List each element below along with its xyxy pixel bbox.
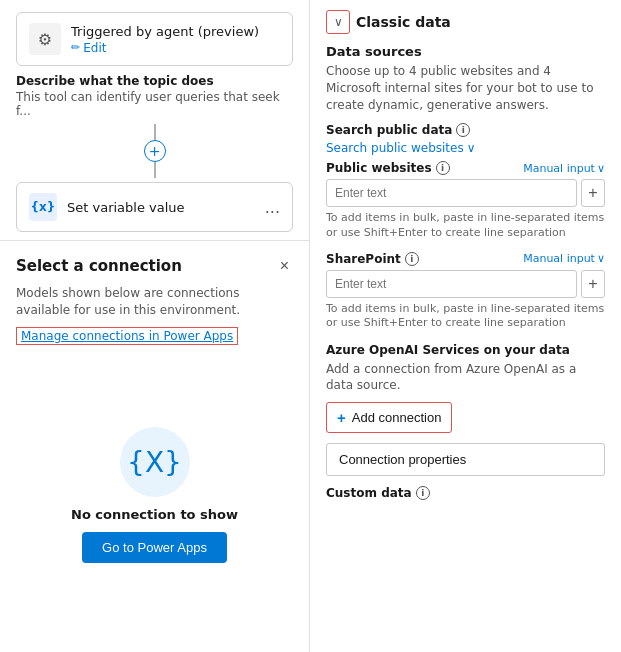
- data-sources-title: Data sources: [326, 44, 605, 59]
- public-websites-label-row: Public websites i Manual input ∨: [326, 161, 605, 175]
- connector-line: +: [16, 124, 293, 178]
- classic-data-header: ∨ Classic data: [326, 10, 605, 34]
- edit-label: Edit: [83, 41, 106, 55]
- public-websites-control[interactable]: Manual input ∨: [523, 162, 605, 175]
- no-connection-label: No connection to show: [71, 507, 238, 522]
- public-websites-section: Public websites i Manual input ∨ + To ad…: [326, 161, 605, 240]
- trigger-card: ⚙ Triggered by agent (preview) ✏ Edit: [16, 12, 293, 66]
- search-public-info-icon[interactable]: i: [456, 123, 470, 137]
- azure-openai-description: Add a connection from Azure OpenAI as a …: [326, 361, 605, 395]
- sharepoint-control[interactable]: Manual input ∨: [523, 252, 605, 265]
- data-sources-description: Choose up to 4 public websites and 4 Mic…: [326, 63, 605, 113]
- connection-properties-button[interactable]: Connection properties: [326, 443, 605, 476]
- add-connection-button[interactable]: + Add connection: [326, 402, 452, 433]
- public-websites-info-icon[interactable]: i: [436, 161, 450, 175]
- select-connection-title: Select a connection: [16, 257, 182, 275]
- trigger-title: Triggered by agent (preview): [71, 24, 259, 39]
- public-websites-chevron: ∨: [597, 162, 605, 175]
- right-panel: ∨ Classic data Data sources Choose up to…: [310, 0, 621, 652]
- no-connection-icon-label: {X}: [127, 446, 182, 479]
- variable-menu-button[interactable]: ...: [265, 198, 280, 217]
- variable-icon: {x}: [29, 193, 57, 221]
- custom-data-section: Custom data i: [326, 486, 605, 500]
- add-connection-label: Add connection: [352, 410, 442, 425]
- public-websites-helper-text: To add items in bulk, paste in line-sepa…: [326, 211, 605, 240]
- edit-link[interactable]: ✏ Edit: [71, 41, 259, 55]
- classic-data-chevron[interactable]: ∨: [326, 10, 350, 34]
- agent-icon: ⚙: [29, 23, 61, 55]
- add-step-button[interactable]: +: [144, 140, 166, 162]
- connector-line-top: [154, 124, 156, 140]
- variable-left: {x} Set variable value: [29, 193, 185, 221]
- select-connection-panel: Select a connection × Models shown below…: [0, 240, 309, 652]
- classic-data-title: Classic data: [356, 14, 451, 30]
- add-connection-plus-icon: +: [337, 409, 346, 426]
- describe-label: Describe what the topic does: [16, 74, 293, 88]
- edit-icon: ✏: [71, 41, 80, 54]
- sharepoint-chevron: ∨: [597, 252, 605, 265]
- data-sources-section: Data sources Choose up to 4 public websi…: [326, 44, 605, 113]
- sharepoint-info-icon[interactable]: i: [405, 252, 419, 266]
- sharepoint-section: SharePoint i Manual input ∨ + To add ite…: [326, 252, 605, 331]
- close-button[interactable]: ×: [276, 255, 293, 277]
- go-to-power-apps-button[interactable]: Go to Power Apps: [82, 532, 227, 563]
- sharepoint-input[interactable]: [326, 270, 577, 298]
- no-connection-area: {X} No connection to show Go to Power Ap…: [16, 353, 293, 638]
- search-public-data-section: Search public data i Search public websi…: [326, 123, 605, 155]
- public-websites-input-row: +: [326, 179, 605, 207]
- azure-openai-title: Azure OpenAI Services on your data: [326, 343, 605, 357]
- search-websites-chevron: ∨: [467, 141, 476, 155]
- variable-title: Set variable value: [67, 200, 185, 215]
- connection-properties-section: Connection properties: [326, 443, 605, 486]
- sharepoint-add-button[interactable]: +: [581, 270, 605, 298]
- no-connection-icon: {X}: [120, 427, 190, 497]
- describe-text: This tool can identify user queries that…: [16, 90, 293, 118]
- custom-data-info-icon[interactable]: i: [416, 486, 430, 500]
- variable-card: {x} Set variable value ...: [16, 182, 293, 232]
- azure-openai-section: Azure OpenAI Services on your data Add a…: [326, 343, 605, 434]
- custom-data-label: Custom data i: [326, 486, 605, 500]
- sharepoint-input-row: +: [326, 270, 605, 298]
- public-websites-add-button[interactable]: +: [581, 179, 605, 207]
- public-websites-input[interactable]: [326, 179, 577, 207]
- trigger-text: Triggered by agent (preview) ✏ Edit: [71, 24, 259, 55]
- flow-area: ⚙ Triggered by agent (preview) ✏ Edit De…: [0, 0, 309, 240]
- search-public-data-row: Search public data i: [326, 123, 605, 137]
- search-websites-button[interactable]: Search public websites ∨: [326, 141, 605, 155]
- sharepoint-label: SharePoint i: [326, 252, 419, 266]
- manage-connections-link[interactable]: Manage connections in Power Apps: [16, 327, 293, 345]
- left-panel: ⚙ Triggered by agent (preview) ✏ Edit De…: [0, 0, 310, 652]
- public-websites-label: Public websites i: [326, 161, 450, 175]
- sharepoint-helper-text: To add items in bulk, paste in line-sepa…: [326, 302, 605, 331]
- select-connection-subtitle: Models shown below are connections avail…: [16, 285, 293, 319]
- search-public-data-label: Search public data i: [326, 123, 470, 137]
- sharepoint-label-row: SharePoint i Manual input ∨: [326, 252, 605, 266]
- connector-line-bottom: [154, 162, 156, 178]
- describe-section: Describe what the topic does This tool c…: [16, 74, 293, 118]
- manage-link-anchor[interactable]: Manage connections in Power Apps: [16, 327, 238, 345]
- select-connection-header: Select a connection ×: [16, 255, 293, 277]
